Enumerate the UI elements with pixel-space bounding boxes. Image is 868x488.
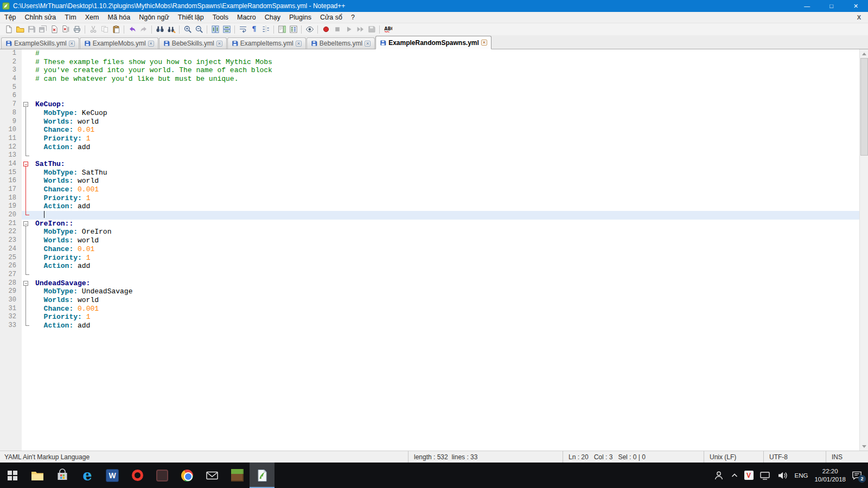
editor-line-10[interactable]: 10 Chance: 0.01 [0, 126, 859, 134]
code-line[interactable]: MobType: UndeadSavage [30, 287, 859, 296]
editor-line-7[interactable]: 7KeCuop: [0, 100, 859, 109]
open-folder-button[interactable] [14, 24, 25, 35]
taskbar-app-file-explorer[interactable] [25, 463, 50, 488]
action-center-icon[interactable]: 2 [851, 470, 863, 481]
menu-item-window[interactable]: Cửa sổ [316, 12, 347, 23]
paste-button[interactable] [110, 24, 122, 35]
editor-line-31[interactable]: 31 Chance: 0.001 [0, 305, 859, 313]
code-line[interactable]: KeCuop: [30, 100, 859, 109]
fold-minus-box-icon[interactable] [23, 221, 28, 226]
code-line[interactable]: Action: add [30, 322, 859, 330]
fold-collapse-button[interactable] [22, 160, 30, 169]
indent-guide-button[interactable] [260, 24, 271, 35]
code-line[interactable]: Worlds: world [30, 296, 859, 305]
line-number[interactable]: 1 [0, 49, 22, 58]
fold-minus-box-icon[interactable] [23, 162, 28, 166]
editor-line-5[interactable]: 5 [0, 84, 859, 92]
editor-line-33[interactable]: 33 Action: add [0, 322, 859, 330]
line-number[interactable]: 8 [0, 109, 22, 118]
code-line[interactable]: Worlds: world [30, 177, 859, 185]
code-line[interactable]: OreIron:: [30, 220, 859, 228]
maximize-button[interactable]: □ [819, 0, 844, 12]
code-line[interactable]: # you've created into your world. The na… [30, 66, 859, 75]
line-number[interactable]: 12 [0, 143, 22, 152]
people-icon[interactable] [713, 470, 725, 481]
code-line[interactable]: Priority: 1 [30, 254, 859, 262]
code-line[interactable] [30, 92, 859, 100]
editor-background[interactable] [22, 330, 859, 451]
code-line[interactable]: SatThu: [30, 160, 859, 169]
show-all-characters-button[interactable]: ¶ [248, 24, 260, 35]
code-line[interactable]: # can be whatever you'd like but must be… [30, 75, 859, 84]
menu-item-plugins[interactable]: Plugins [285, 12, 316, 23]
menu-item-file[interactable]: Tệp [0, 12, 21, 23]
editor-line-28[interactable]: 28UndeadSavage: [0, 279, 859, 288]
line-number[interactable]: 18 [0, 194, 22, 203]
print-button[interactable] [71, 24, 82, 35]
language-indicator[interactable]: ENG [794, 472, 809, 479]
line-number[interactable]: 28 [0, 279, 22, 288]
scroll-down-arrow-icon[interactable] [860, 442, 868, 451]
line-number[interactable]: 10 [0, 126, 22, 134]
code-line[interactable]: UndeadSavage: [30, 279, 859, 288]
editor-line-21[interactable]: 21OreIron:: [0, 220, 859, 228]
editor-line-30[interactable]: 30 Worlds: world [0, 296, 859, 305]
editor-line-20[interactable]: 20 [0, 211, 859, 220]
editor-line-22[interactable]: 22 MobType: OreIron [0, 228, 859, 236]
clock[interactable]: 22:20 10/01/2018 [814, 467, 846, 484]
editor-line-15[interactable]: 15 MobType: SatThu [0, 169, 859, 177]
word-wrap-button[interactable] [237, 24, 248, 35]
code-line[interactable]: Chance: 0.01 [30, 126, 859, 134]
line-number[interactable]: 21 [0, 220, 22, 228]
line-number[interactable]: 5 [0, 84, 22, 92]
menu-item-run[interactable]: Chạy [260, 12, 285, 23]
tab-exampleskills-yml[interactable]: ExampleSkills.yml✕ [1, 37, 79, 49]
code-line[interactable]: Chance: 0.001 [30, 185, 859, 194]
sync-vertical-button[interactable] [209, 24, 221, 35]
start-button[interactable] [0, 463, 25, 488]
title-bar[interactable]: C:\Users\MrThuan\Desktop\1.10.2\plugins\… [0, 0, 868, 12]
editor-line-13[interactable]: 13 [0, 151, 859, 160]
editor-line-25[interactable]: 25 Priority: 1 [0, 254, 859, 262]
menu-item-search[interactable]: Tìm [60, 12, 81, 23]
line-number[interactable]: 25 [0, 254, 22, 262]
code-line[interactable] [30, 271, 859, 279]
code-line[interactable]: MobType: SatThu [30, 169, 859, 177]
line-number[interactable]: 7 [0, 100, 22, 109]
code-line[interactable]: Action: add [30, 262, 859, 271]
replace-button[interactable] [165, 24, 177, 35]
line-number[interactable]: 11 [0, 134, 22, 143]
line-number[interactable]: 17 [0, 185, 22, 194]
code-line[interactable]: Chance: 0.001 [30, 305, 859, 313]
editor-line-23[interactable]: 23 Worlds: world [0, 236, 859, 245]
line-number[interactable]: 9 [0, 118, 22, 126]
volume-icon[interactable] [776, 470, 788, 481]
line-number[interactable]: 13 [0, 151, 22, 160]
code-line[interactable]: Worlds: world [30, 236, 859, 245]
taskbar-app-mail[interactable] [200, 463, 225, 488]
editor-line-6[interactable]: 6 [0, 92, 859, 100]
macro-record-button[interactable] [320, 24, 331, 35]
fold-collapse-button[interactable] [22, 100, 30, 109]
monitoring-eye-button[interactable] [304, 24, 315, 35]
taskbar-app-chrome[interactable] [175, 463, 200, 488]
line-number[interactable]: 24 [0, 245, 22, 254]
tab-bebeskills-yml[interactable]: BebeSkills.yml✕ [159, 37, 227, 49]
menu-item-help[interactable]: ? [347, 12, 359, 23]
zoom-in-button[interactable] [182, 24, 193, 35]
editor-line-17[interactable]: 17 Chance: 0.001 [0, 185, 859, 194]
taskbar-app-microsoft-edge[interactable]: e [75, 463, 100, 488]
editor-line-12[interactable]: 12 Action: add [0, 143, 859, 152]
taskbar-app-minecraft[interactable] [225, 463, 250, 488]
scrollbar-thumb[interactable] [860, 58, 868, 156]
tab-close-icon[interactable]: ✕ [365, 41, 371, 47]
tab-close-icon[interactable]: ✕ [296, 41, 302, 47]
code-line[interactable]: Priority: 1 [30, 134, 859, 143]
editor-line-32[interactable]: 32 Priority: 1 [0, 313, 859, 322]
vertical-scrollbar[interactable] [859, 49, 868, 451]
editor-line-1[interactable]: 1# [0, 49, 859, 58]
spell-check-abc-button[interactable]: ABC [382, 24, 393, 35]
tab-close-icon[interactable]: ✕ [69, 41, 75, 47]
menubar-close-document-icon[interactable]: X [850, 14, 868, 21]
code-line[interactable] [30, 211, 859, 220]
